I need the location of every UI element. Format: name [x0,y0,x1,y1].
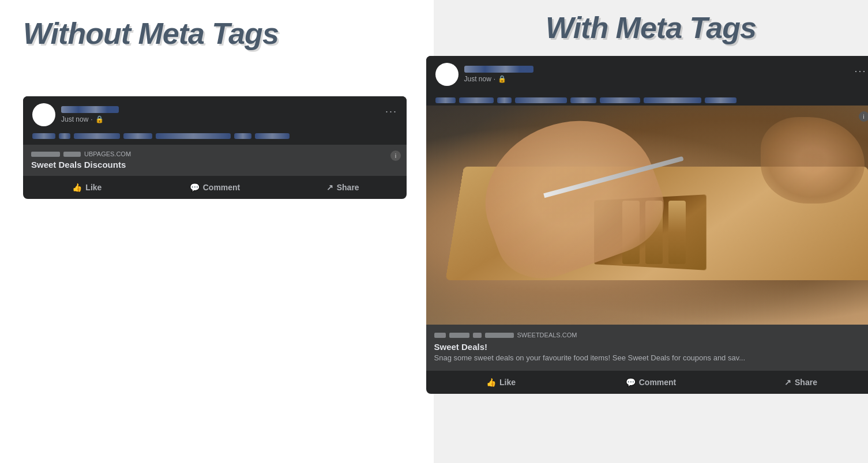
left-like-button[interactable]: 👍 Like [23,178,151,197]
left-share-label: Share [337,183,359,192]
left-comment-button[interactable]: 💬 Comment [151,178,279,197]
left-info-icon[interactable]: i [390,150,401,161]
right-info-icon[interactable]: i [859,111,869,122]
right-blur-chunk-4 [515,97,567,103]
right-share-icon: ↗ [784,378,791,387]
left-time-row: Just now · 🔒 [61,115,397,123]
right-domain-blur-3 [473,333,482,338]
blur-chunk-2 [59,133,70,139]
right-dot-sep: · [494,75,495,83]
right-time: Just now [464,75,491,83]
left-panel: Without Meta Tags Just now · 🔒 ··· [0,0,434,463]
blur-chunk-6 [234,133,251,139]
right-blur-chunk-6 [600,97,640,103]
right-domain-text: sweetdeals.com [517,332,577,338]
right-blur-chunk-3 [497,97,512,103]
left-lock-icon: 🔒 [95,115,104,123]
left-domain-blur-1 [31,152,60,157]
right-like-label: Like [499,378,516,387]
right-section-title: With Meta Tags [546,12,756,44]
blur-chunk-7 [255,133,290,139]
blur-chunk-4 [123,133,152,139]
left-domain-text: UBPAGES.COM [84,150,131,157]
right-link-preview: sweetdeals.com Sweet Deals! Snag some sw… [426,325,869,370]
right-blur-chunk-1 [435,97,456,103]
right-card-header: Just now · 🔒 ··· [426,56,869,93]
blur-chunk-5 [156,133,231,139]
bread-slice-3 [668,201,686,264]
left-card-header: Just now · 🔒 ··· [23,96,407,133]
blur-chunk-1 [32,133,55,139]
left-fb-card: Just now · 🔒 ··· UBPAGES.COM S [23,96,407,199]
left-more-options[interactable]: ··· [385,106,397,118]
right-blur-chunk-7 [644,97,701,103]
left-like-label: Like [85,183,102,192]
left-link-domain: UBPAGES.COM [31,150,399,157]
left-comment-icon: 💬 [190,183,200,192]
left-time: Just now [61,115,88,123]
right-comment-button[interactable]: 💬 Comment [576,373,726,392]
right-link-title: Sweet Deals! [434,342,868,352]
right-link-domain: sweetdeals.com [434,332,868,338]
right-username-blur [464,66,533,73]
left-like-icon: 👍 [72,183,82,192]
right-blur-chunk-5 [570,97,596,103]
right-domain-blur-2 [449,333,469,338]
left-domain-blur-2 [63,152,81,157]
right-comment-icon: 💬 [626,378,636,387]
right-more-options[interactable]: ··· [854,65,866,77]
left-comment-label: Comment [203,183,241,192]
left-actions-bar: 👍 Like 💬 Comment ↗ Share [23,175,407,199]
right-blur-chunk-8 [705,97,737,103]
right-share-label: Share [795,378,817,387]
bread-scene [426,106,869,325]
left-link-preview: UBPAGES.COM Sweet Deals Discounts i [23,145,407,175]
left-username-blur [61,106,119,113]
right-time-row: Just now · 🔒 [464,75,867,83]
right-panel: With Meta Tags Just now · 🔒 ··· [434,0,868,463]
right-user-info: Just now · 🔒 [464,66,867,83]
left-share-button[interactable]: ↗ Share [279,178,407,197]
right-comment-label: Comment [639,378,677,387]
right-like-icon: 👍 [486,378,496,387]
right-avatar [435,63,459,86]
right-share-button[interactable]: ↗ Share [726,373,869,392]
left-share-icon: ↗ [326,183,333,192]
right-link-desc: Snag some sweet deals on your favourite … [434,353,868,362]
right-domain-blur-4 [485,333,514,338]
blur-chunk-3 [74,133,120,139]
left-link-title: Sweet Deals Discounts [31,160,399,170]
right-post-text [426,93,869,106]
right-actions-bar: 👍 Like 💬 Comment ↗ Share [426,370,869,394]
left-avatar [32,103,55,126]
right-lock-icon: 🔒 [498,75,506,83]
right-fb-card: Just now · 🔒 ··· [426,56,869,394]
left-user-info: Just now · 🔒 [61,106,397,123]
right-like-button[interactable]: 👍 Like [426,373,576,392]
left-dot-sep: · [91,115,92,123]
right-domain-blur-1 [434,333,446,338]
food-items [761,117,865,204]
right-blur-chunk-2 [459,97,494,103]
left-section-title: Without Meta Tags [23,17,279,50]
right-card-image: i [426,106,869,325]
left-post-text [23,133,407,145]
